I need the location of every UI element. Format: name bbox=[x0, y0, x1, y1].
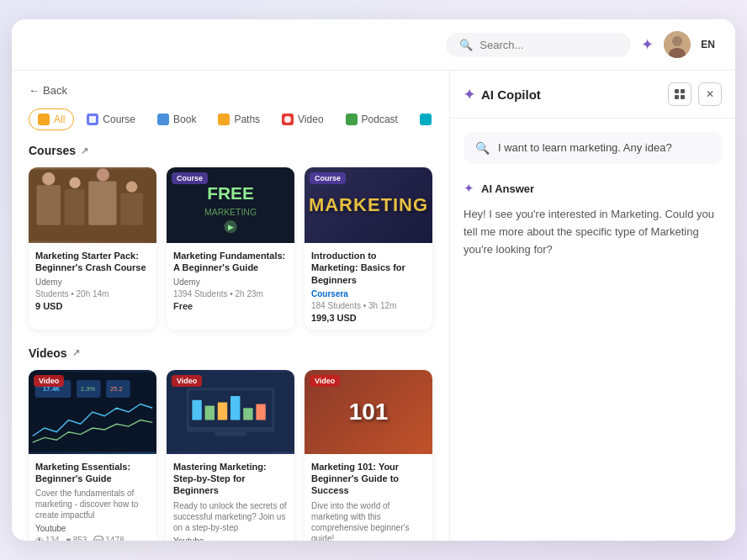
top-bar: 🔍 ✦ EN bbox=[12, 19, 735, 71]
back-button[interactable]: ← Back bbox=[29, 84, 432, 97]
copilot-grid-button[interactable] bbox=[668, 82, 691, 106]
video-card-3[interactable]: Video 101 Marketing 101: Your Beginner's… bbox=[305, 370, 432, 541]
course-badge-2: Course bbox=[172, 172, 208, 184]
svg-text:MARKETING: MARKETING bbox=[204, 208, 257, 217]
app-container: 🔍 ✦ EN ← Back All bbox=[12, 19, 735, 541]
video-card-1-body: Marketing Essentials: Beginner's Guide C… bbox=[29, 454, 156, 541]
video-badge-1: Video bbox=[34, 375, 64, 387]
svg-rect-32 bbox=[230, 396, 240, 420]
tab-paths[interactable]: Paths bbox=[209, 108, 269, 130]
tab-course-dot bbox=[87, 114, 98, 125]
course-card-1-body: Marketing Starter Pack: Beginner's Crash… bbox=[29, 243, 156, 318]
magic-icon[interactable]: ✦ bbox=[641, 35, 654, 54]
svg-rect-34 bbox=[256, 404, 265, 420]
copilot-panel: ✦ AI Copilot ✕ bbox=[449, 71, 735, 541]
svg-rect-7 bbox=[65, 189, 85, 225]
ai-answer-header: ✦ AI Answer bbox=[464, 181, 722, 196]
course-card-3-body: Introduction to Marketing: Basics for Be… bbox=[305, 243, 432, 330]
tab-paths-dot bbox=[218, 114, 230, 125]
ai-spark-icon: ✦ bbox=[464, 181, 474, 196]
course-card-3[interactable]: Course MARKETING Introduction to Marketi… bbox=[305, 167, 432, 330]
svg-point-11 bbox=[69, 177, 80, 188]
course-card-2[interactable]: Course FREE MARKETING ▶ Marketing Fundam… bbox=[167, 167, 294, 330]
svg-rect-38 bbox=[675, 95, 679, 99]
svg-rect-39 bbox=[681, 95, 685, 99]
video-card-1-image: Video 17.4K 1.3% 25.2 bbox=[29, 370, 156, 454]
video-card-3-image: Video 101 bbox=[305, 370, 432, 454]
svg-rect-29 bbox=[192, 400, 201, 420]
svg-rect-36 bbox=[675, 89, 679, 93]
video-card-2[interactable]: Video bbox=[167, 370, 294, 541]
svg-point-10 bbox=[42, 172, 55, 185]
likes-icon: ♥ bbox=[66, 536, 72, 541]
tab-video[interactable]: Video bbox=[273, 108, 332, 130]
filter-tabs: All Course Book Paths bbox=[29, 108, 432, 130]
back-arrow-icon: ← bbox=[29, 84, 40, 97]
courses-grid: Marketing Starter Pack: Beginner's Crash… bbox=[29, 167, 432, 330]
tab-podcast[interactable]: Podcast bbox=[336, 108, 407, 130]
svg-rect-31 bbox=[218, 402, 227, 420]
videos-section-title: Videos ↗ bbox=[29, 346, 432, 360]
language-badge: EN bbox=[701, 39, 715, 50]
tab-article[interactable]: Article bbox=[411, 108, 432, 130]
video-stats-1: 👁 134 ♥ 853 💬 1478 bbox=[35, 536, 150, 541]
copilot-close-button[interactable]: ✕ bbox=[698, 82, 722, 106]
courses-section-title: Courses ↗ bbox=[29, 144, 432, 157]
tab-podcast-dot bbox=[346, 114, 358, 125]
views-icon: 👁 bbox=[35, 536, 44, 541]
user-query: 🔍 I want to learn marketing. Any idea? bbox=[464, 132, 722, 164]
video-badge-2: Video bbox=[172, 375, 202, 387]
left-panel: ← Back All Course Book bbox=[12, 71, 449, 541]
ai-answer-section: ✦ AI Answer Hey! I see you're interested… bbox=[464, 181, 722, 258]
stat-views: 👁 134 bbox=[35, 536, 60, 541]
svg-rect-8 bbox=[88, 182, 116, 225]
tab-all-dot bbox=[38, 114, 50, 125]
video-card-3-body: Marketing 101: Your Beginner's Guide to … bbox=[305, 454, 432, 541]
copilot-spark-icon: ✦ bbox=[464, 87, 474, 103]
svg-text:25.2: 25.2 bbox=[110, 385, 123, 393]
video-card-1[interactable]: Video 17.4K 1.3% 25.2 bbox=[29, 370, 156, 541]
video-card-2-body: Mastering Marketing: Step-by-Step for Be… bbox=[167, 454, 294, 541]
tab-video-dot bbox=[282, 114, 294, 125]
video-badge-3: Video bbox=[310, 375, 340, 387]
search-box[interactable]: 🔍 bbox=[446, 33, 631, 57]
videos-grid: Video 17.4K 1.3% 25.2 bbox=[29, 370, 432, 541]
avatar[interactable] bbox=[664, 31, 691, 58]
course-card-2-image: Course FREE MARKETING ▶ bbox=[167, 167, 294, 243]
external-link-icon[interactable]: ↗ bbox=[81, 145, 88, 156]
svg-text:1.3%: 1.3% bbox=[81, 385, 96, 393]
svg-point-13 bbox=[126, 182, 137, 193]
copilot-header: ✦ AI Copilot ✕ bbox=[450, 71, 735, 119]
svg-text:▶: ▶ bbox=[228, 223, 234, 231]
main-area: ← Back All Course Book bbox=[12, 71, 735, 541]
tab-book-dot bbox=[157, 114, 169, 125]
svg-rect-3 bbox=[89, 116, 96, 123]
tab-course[interactable]: Course bbox=[77, 108, 145, 130]
course-card-1[interactable]: Marketing Starter Pack: Beginner's Crash… bbox=[29, 167, 156, 330]
svg-point-1 bbox=[672, 36, 682, 46]
course-badge-3: Course bbox=[310, 172, 346, 184]
svg-rect-9 bbox=[120, 193, 143, 225]
svg-rect-37 bbox=[681, 89, 685, 93]
external-link-icon-videos[interactable]: ↗ bbox=[72, 347, 80, 358]
tab-all[interactable]: All bbox=[29, 108, 74, 130]
tab-book[interactable]: Book bbox=[148, 108, 205, 130]
tab-article-dot bbox=[420, 114, 432, 125]
course-card-2-body: Marketing Fundamentals: A Beginner's Gui… bbox=[167, 243, 294, 318]
copilot-actions: ✕ bbox=[668, 82, 722, 106]
ai-answer-text: Hey! I see you're interested in Marketin… bbox=[464, 206, 722, 258]
search-icon: 🔍 bbox=[459, 39, 473, 51]
course-card-3-image: Course MARKETING bbox=[305, 167, 432, 243]
search-input[interactable] bbox=[479, 39, 617, 51]
svg-point-4 bbox=[284, 116, 291, 123]
copilot-title: ✦ AI Copilot bbox=[464, 87, 541, 103]
comments-icon: 💬 bbox=[93, 536, 103, 541]
stat-comments: 💬 1478 bbox=[93, 536, 124, 541]
svg-rect-6 bbox=[37, 185, 61, 225]
video-card-2-image: Video bbox=[167, 370, 294, 454]
course-card-1-image bbox=[29, 167, 156, 243]
query-search-icon: 🔍 bbox=[475, 141, 490, 155]
svg-text:FREE: FREE bbox=[207, 183, 254, 203]
svg-rect-30 bbox=[205, 405, 215, 420]
copilot-body: 🔍 I want to learn marketing. Any idea? ✦… bbox=[450, 119, 735, 541]
